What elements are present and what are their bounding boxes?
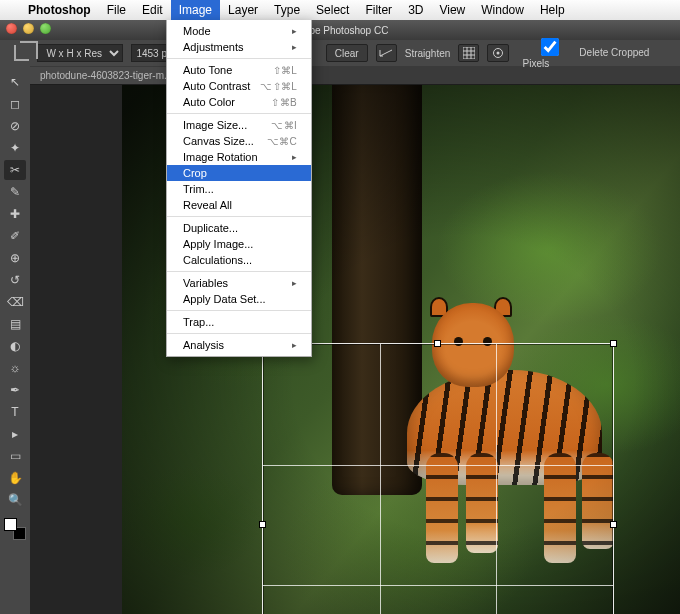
- type-tool[interactable]: T: [4, 402, 26, 422]
- menu-item-label: Auto Contrast: [183, 80, 250, 92]
- menu-item-label: Variables: [183, 277, 228, 289]
- menu-help[interactable]: Help: [532, 0, 573, 20]
- menu-item-adjustments[interactable]: Adjustments: [167, 39, 311, 55]
- tool-palette: ↖◻⊘✦✂✎✚✐⊕↺⌫▤◐☼✒T▸▭✋🔍: [0, 66, 30, 614]
- menu-item-trim[interactable]: Trim...: [167, 181, 311, 197]
- crop-ratio-select[interactable]: W x H x Res…: [37, 44, 123, 62]
- menu-item-label: Trim...: [183, 183, 214, 195]
- menu-item-auto-contrast[interactable]: Auto Contrast⌥⇧⌘L: [167, 78, 311, 94]
- menu-item-analysis[interactable]: Analysis: [167, 337, 311, 353]
- crop-handle[interactable]: [434, 340, 441, 347]
- menu-item-label: Calculations...: [183, 254, 252, 266]
- menu-item-shortcut: ⇧⌘B: [271, 97, 297, 108]
- crop-handle[interactable]: [610, 340, 617, 347]
- minimize-window-button[interactable]: [23, 23, 34, 34]
- menu-item-label: Analysis: [183, 339, 224, 351]
- crop-tool-icon: [14, 45, 29, 61]
- close-window-button[interactable]: [6, 23, 17, 34]
- dodge-tool[interactable]: ☼: [4, 358, 26, 378]
- crop-handle[interactable]: [610, 521, 617, 528]
- path-selection-tool[interactable]: ▸: [4, 424, 26, 444]
- image-menu-dropdown: ModeAdjustmentsAuto Tone⇧⌘LAuto Contrast…: [166, 20, 312, 357]
- eraser-tool[interactable]: ⌫: [4, 292, 26, 312]
- clone-stamp-tool[interactable]: ⊕: [4, 248, 26, 268]
- menu-item-trap[interactable]: Trap...: [167, 314, 311, 330]
- menu-item-shortcut: ⌥⇧⌘L: [260, 81, 297, 92]
- menu-select[interactable]: Select: [308, 0, 357, 20]
- menu-layer[interactable]: Layer: [220, 0, 266, 20]
- document-tab-bar: photodune-4603823-tiger-m.jp… ×: [30, 66, 680, 85]
- menu-item-canvas-size[interactable]: Canvas Size...⌥⌘C: [167, 133, 311, 149]
- menu-item-image-size[interactable]: Image Size...⌥⌘I: [167, 117, 311, 133]
- history-brush-tool[interactable]: ↺: [4, 270, 26, 290]
- zoom-window-button[interactable]: [40, 23, 51, 34]
- menu-filter[interactable]: Filter: [357, 0, 400, 20]
- menu-item-auto-tone[interactable]: Auto Tone⇧⌘L: [167, 62, 311, 78]
- menu-item-label: Trap...: [183, 316, 214, 328]
- menu-item-label: Apply Image...: [183, 238, 253, 250]
- move-tool[interactable]: ↖: [4, 72, 26, 92]
- eyedropper-tool[interactable]: ✎: [4, 182, 26, 202]
- svg-rect-0: [463, 47, 475, 59]
- healing-brush-tool[interactable]: ✚: [4, 204, 26, 224]
- menu-item-shortcut: ⌥⌘I: [271, 120, 297, 131]
- svg-point-6: [497, 52, 500, 55]
- menu-window[interactable]: Window: [473, 0, 532, 20]
- crop-tool[interactable]: ✂: [4, 160, 26, 180]
- menu-item-label: Image Rotation: [183, 151, 258, 163]
- menu-item-image-rotation[interactable]: Image Rotation: [167, 149, 311, 165]
- overlay-options-icon[interactable]: [458, 44, 479, 62]
- menu-file[interactable]: File: [99, 0, 134, 20]
- menu-item-crop[interactable]: Crop: [167, 165, 311, 181]
- menu-3d[interactable]: 3D: [400, 0, 431, 20]
- menu-item-duplicate[interactable]: Duplicate...: [167, 220, 311, 236]
- shape-tool[interactable]: ▭: [4, 446, 26, 466]
- menu-item-label: Auto Color: [183, 96, 235, 108]
- menu-item-shortcut: ⌥⌘C: [267, 136, 297, 147]
- menu-view[interactable]: View: [431, 0, 473, 20]
- menu-item-auto-color[interactable]: Auto Color⇧⌘B: [167, 94, 311, 110]
- menu-item-label: Image Size...: [183, 119, 247, 131]
- menu-item-calculations[interactable]: Calculations...: [167, 252, 311, 268]
- marquee-tool[interactable]: ◻: [4, 94, 26, 114]
- crop-handle[interactable]: [259, 521, 266, 528]
- canvas-area: [30, 85, 680, 614]
- menu-item-reveal-all[interactable]: Reveal All: [167, 197, 311, 213]
- menu-type[interactable]: Type: [266, 0, 308, 20]
- blur-tool[interactable]: ◐: [4, 336, 26, 356]
- straighten-icon[interactable]: [376, 44, 397, 62]
- straighten-label: Straighten: [405, 48, 451, 59]
- foreground-swatch[interactable]: [4, 518, 17, 531]
- menu-item-label: Duplicate...: [183, 222, 238, 234]
- menu-item-apply-image[interactable]: Apply Image...: [167, 236, 311, 252]
- app-menu[interactable]: Photoshop: [20, 0, 99, 20]
- menu-item-shortcut: ⇧⌘L: [273, 65, 297, 76]
- pen-tool[interactable]: ✒: [4, 380, 26, 400]
- hand-tool[interactable]: ✋: [4, 468, 26, 488]
- zoom-tool[interactable]: 🔍: [4, 490, 26, 510]
- menu-item-label: Reveal All: [183, 199, 232, 211]
- gradient-tool[interactable]: ▤: [4, 314, 26, 334]
- mac-menubar: Photoshop File Edit Image Layer Type Sel…: [0, 0, 680, 20]
- tool-options-bar: W x H x Res… Clear Straighten Delete Cro…: [0, 40, 680, 66]
- menu-item-mode[interactable]: Mode: [167, 23, 311, 39]
- lasso-tool[interactable]: ⊘: [4, 116, 26, 136]
- magic-wand-tool[interactable]: ✦: [4, 138, 26, 158]
- clear-button[interactable]: Clear: [326, 44, 368, 62]
- menu-item-label: Apply Data Set...: [183, 293, 266, 305]
- crop-marquee[interactable]: [262, 343, 614, 614]
- menu-item-label: Mode: [183, 25, 211, 37]
- crop-settings-icon[interactable]: [487, 44, 508, 62]
- menu-item-apply-data-set[interactable]: Apply Data Set...: [167, 291, 311, 307]
- menu-item-variables[interactable]: Variables: [167, 275, 311, 291]
- menu-edit[interactable]: Edit: [134, 0, 171, 20]
- brush-tool[interactable]: ✐: [4, 226, 26, 246]
- menu-image[interactable]: Image: [171, 0, 220, 20]
- menu-item-label: Canvas Size...: [183, 135, 254, 147]
- menu-item-label: Crop: [183, 167, 207, 179]
- menu-item-label: Adjustments: [183, 41, 244, 53]
- delete-cropped-checkbox[interactable]: Delete Cropped Pixels: [523, 38, 672, 69]
- color-swatches[interactable]: [4, 518, 26, 540]
- document-tab-name: photodune-4603823-tiger-m.jp…: [40, 70, 185, 81]
- menu-item-label: Auto Tone: [183, 64, 232, 76]
